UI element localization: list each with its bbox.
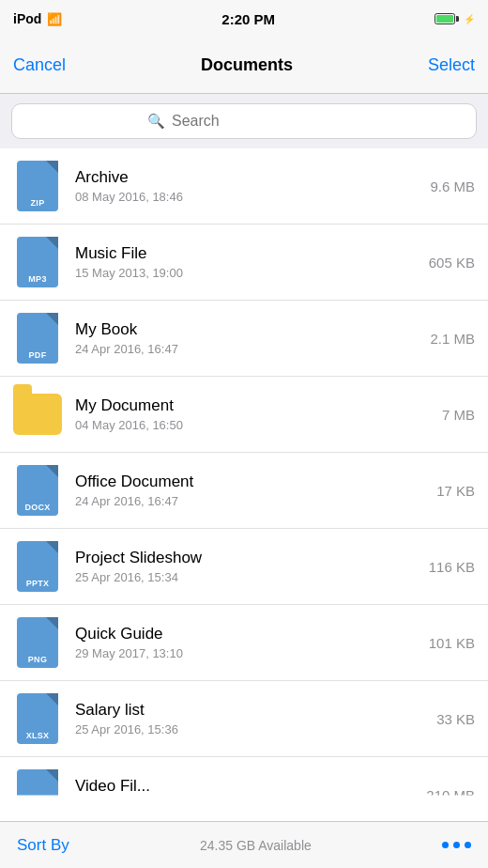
list-item[interactable]: My Document 04 May 2016, 16:50 7 MB (0, 377, 488, 453)
file-icon: PNG (17, 617, 58, 668)
dot2 (453, 842, 460, 848)
dot3 (465, 842, 471, 848)
dot1 (442, 842, 449, 848)
folder-icon (13, 394, 62, 435)
file-icon: ZIP (17, 161, 58, 211)
file-size: 605 KB (429, 255, 475, 271)
file-name: My Document (75, 396, 433, 415)
file-name: Quick Guide (75, 625, 419, 643)
file-date: 24 Apr 2016, 16:47 (75, 494, 427, 508)
file-size: 33 KB (436, 711, 475, 727)
file-name: My Book (75, 320, 420, 339)
cancel-button[interactable]: Cancel (13, 55, 66, 75)
file-icon: XLSX (17, 693, 58, 744)
file-date: 29 May 2017, 13:10 (75, 646, 419, 660)
file-details: Video Fil... 25 Apr 2016, 15:38 (75, 777, 417, 813)
file-details: Project Slideshow 25 Apr 2016, 15:34 (75, 549, 419, 584)
file-icon-wrap: DOCX (13, 462, 62, 519)
wifi-icon: 📶 (47, 12, 62, 26)
file-date: 25 Apr 2016, 15:34 (75, 570, 419, 584)
file-details: Archive 08 May 2016, 18:46 (75, 168, 420, 204)
file-details: My Document 04 May 2016, 16:50 (75, 396, 433, 432)
file-icon-wrap: XLSX (13, 690, 62, 747)
search-input[interactable] (172, 113, 341, 130)
page-title: Documents (201, 55, 293, 75)
file-date: 25 Apr 2016, 15:36 (75, 722, 427, 736)
file-size: 7 MB (442, 407, 475, 423)
file-name: Office Document (75, 473, 427, 491)
file-details: Salary list 25 Apr 2016, 15:36 (75, 701, 427, 736)
status-left: iPod 📶 (13, 11, 62, 26)
list-item[interactable]: PNG Quick Guide 29 May 2017, 13:10 101 K… (0, 605, 488, 681)
file-list-container: ZIP Archive 08 May 2016, 18:46 9.6 MB MP… (0, 148, 488, 821)
file-list: ZIP Archive 08 May 2016, 18:46 9.6 MB MP… (0, 148, 488, 821)
file-size: 2.1 MB (430, 331, 475, 347)
file-icon-wrap: PPTX (13, 538, 62, 595)
list-item[interactable]: MP3 Music File 15 May 2013, 19:00 605 KB (0, 225, 488, 301)
bottom-bar: Sort By 24.35 GB Available (0, 821, 488, 868)
status-bar: iPod 📶 2:20 PM ⚡ (0, 0, 488, 38)
list-item[interactable]: DOCX Office Document 24 Apr 2016, 16:47 … (0, 453, 488, 529)
file-name: Project Slideshow (75, 549, 419, 567)
file-icon-wrap: PDF (13, 310, 62, 366)
file-date: 08 May 2016, 18:46 (75, 190, 420, 204)
status-time: 2:20 PM (221, 11, 275, 27)
file-name: Video Fil... (75, 777, 417, 796)
file-icon-wrap: PNG (13, 614, 62, 671)
file-size: 116 KB (429, 559, 475, 575)
file-date: 15 May 2013, 19:00 (75, 266, 419, 280)
file-icon-wrap: MP4 (13, 767, 62, 821)
battery-bolt: ⚡ (464, 14, 475, 24)
file-icon-wrap: ZIP (13, 158, 62, 214)
sort-by-button[interactable]: Sort By (17, 836, 69, 855)
search-container: 🔍 (0, 94, 488, 148)
file-icon: MP3 (17, 237, 58, 287)
select-button[interactable]: Select (428, 55, 475, 75)
status-right: ⚡ (435, 13, 475, 24)
file-name: Salary list (75, 701, 427, 720)
file-date: 25 Apr 2016, 15:38 (75, 798, 417, 813)
file-icon-wrap (13, 386, 62, 442)
file-details: Office Document 24 Apr 2016, 16:47 (75, 473, 427, 508)
list-item[interactable]: PPTX Project Slideshow 25 Apr 2016, 15:3… (0, 529, 488, 605)
file-icon: MP4 (17, 769, 58, 820)
file-size: 210 MB (426, 787, 475, 803)
file-size: 101 KB (429, 635, 475, 651)
file-date: 04 May 2016, 16:50 (75, 418, 433, 432)
file-icon: DOCX (17, 465, 58, 516)
search-bar: 🔍 (11, 103, 477, 139)
file-details: My Book 24 Apr 2016, 16:47 (75, 320, 420, 356)
storage-info: 24.35 GB Available (200, 838, 312, 853)
file-date: 24 Apr 2016, 16:47 (75, 342, 420, 356)
file-icon: PPTX (17, 541, 58, 592)
file-icon-wrap: MP3 (13, 234, 62, 290)
list-item[interactable]: ZIP Archive 08 May 2016, 18:46 9.6 MB (0, 148, 488, 225)
file-name: Archive (75, 168, 420, 187)
battery-icon (435, 13, 459, 24)
list-item[interactable]: XLSX Salary list 25 Apr 2016, 15:36 33 K… (0, 681, 488, 757)
file-name: Music File (75, 244, 419, 263)
more-options[interactable] (442, 842, 471, 848)
nav-bar: Cancel Documents Select (0, 38, 488, 94)
file-details: Quick Guide 29 May 2017, 13:10 (75, 625, 419, 660)
list-item[interactable]: MP4 Video Fil... 25 Apr 2016, 15:38 210 … (0, 757, 488, 821)
file-details: Music File 15 May 2013, 19:00 (75, 244, 419, 280)
file-icon: PDF (17, 313, 58, 364)
list-item[interactable]: PDF My Book 24 Apr 2016, 16:47 2.1 MB (0, 301, 488, 377)
file-size: 17 KB (436, 483, 475, 499)
file-size: 9.6 MB (430, 178, 475, 194)
search-icon: 🔍 (147, 113, 165, 130)
device-label: iPod (13, 11, 41, 26)
